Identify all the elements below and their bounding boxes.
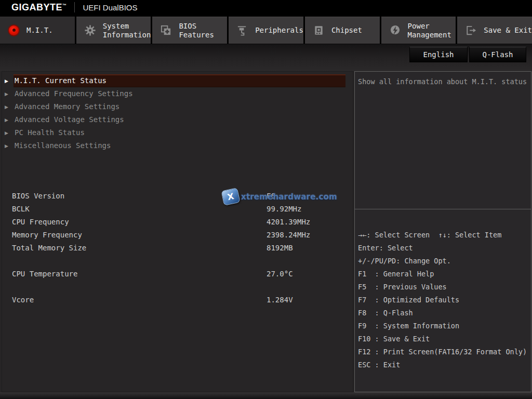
pointer-icon: ▶ xyxy=(5,78,14,84)
menu-item-advanced-frequency-settings[interactable]: ▶ Advanced Frequency Settings xyxy=(2,87,353,100)
tab-power-management[interactable]: PowerManagement xyxy=(381,17,456,44)
mit-menu: ▶ M.I.T. Current Status ▶ Advanced Frequ… xyxy=(2,72,353,152)
status-value: 27.0°C xyxy=(267,268,293,281)
key-legend-line: F12 : Print Screen(FAT16/32 Format Only) xyxy=(358,345,531,358)
key-legend-line: →←: Select Screen ↑↓: Select Item xyxy=(358,229,531,242)
menu-item-label: Miscellaneous Settings xyxy=(14,139,345,152)
status-row-cpu-frequency: CPU Frequency 4201.39MHz xyxy=(2,216,345,229)
gigabyte-logo: GIGABYTE™ xyxy=(11,2,67,13)
status-value: 4201.39MHz xyxy=(267,216,310,229)
tab-label: PowerManagement xyxy=(408,22,451,39)
bios-features-icon xyxy=(159,24,173,36)
key-legend-line: F9 : System Information xyxy=(358,320,531,332)
status-row-memory-frequency: Memory Frequency 2398.24MHz xyxy=(2,229,345,242)
status-value: 99.92MHz xyxy=(267,203,301,216)
tab-mit[interactable]: M.I.T. xyxy=(0,17,75,44)
tab-label: Chipset xyxy=(331,26,362,35)
tab-label: M.I.T. xyxy=(26,26,53,35)
menu-item-label: Advanced Frequency Settings xyxy=(14,87,345,100)
tab-system-information[interactable]: SystemInformation xyxy=(76,17,151,44)
settings-pane: ▶ M.I.T. Current Status ▶ Advanced Frequ… xyxy=(2,71,353,392)
status-value: 2398.24MHz xyxy=(267,229,310,242)
bottom-strip xyxy=(0,392,532,399)
menu-item-label: Advanced Memory Settings xyxy=(14,100,345,113)
key-legend-line: ESC : Exit xyxy=(358,358,531,371)
status-row-bclk: BCLK 99.92MHz xyxy=(2,203,345,216)
tab-label: BIOSFeatures xyxy=(179,22,214,39)
pointer-icon: ▶ xyxy=(5,117,14,123)
tab-peripherals[interactable]: Peripherals xyxy=(229,17,303,44)
menu-item-label: PC Health Status xyxy=(14,126,345,139)
product-title: UEFI DualBIOS xyxy=(83,3,138,12)
menu-item-label: Advanced Voltage Settings xyxy=(14,113,345,126)
key-legend-line: F5 : Previous Values xyxy=(358,281,531,294)
key-legend-line: F8 : Q-Flash xyxy=(358,307,531,320)
key-legend-line: +/-/PU/PD: Change Opt. xyxy=(358,255,531,268)
language-button[interactable]: English xyxy=(409,47,468,62)
power-lightning-icon xyxy=(388,24,402,36)
status-value: 8192MB xyxy=(267,242,293,255)
key-legend-line: F1 : General Help xyxy=(358,268,531,281)
title-divider xyxy=(74,2,75,12)
help-panel: Show all information about M.I.T. status… xyxy=(354,71,531,392)
menu-item-advanced-voltage-settings[interactable]: ▶ Advanced Voltage Settings xyxy=(2,113,353,126)
status-row-vcore: Vcore 1.284V xyxy=(2,294,345,307)
tab-chipset[interactable]: Chipset xyxy=(305,17,380,44)
item-description: Show all information about M.I.T. status xyxy=(355,72,531,209)
qflash-button[interactable]: Q-Flash xyxy=(469,47,526,62)
bios-setup-screen: GIGABYTE™ UEFI DualBIOS M.I.T. xyxy=(0,0,532,399)
watermark-x-icon: X xyxy=(221,188,240,206)
status-value: 1.284V xyxy=(267,294,293,307)
tab-label: SystemInformation xyxy=(103,22,151,39)
menu-item-miscellaneous-settings[interactable]: ▶ Miscellaneous Settings xyxy=(2,139,353,152)
watermark-text: xtremehardware.com xyxy=(241,192,337,202)
menu-item-mit-current-status[interactable]: ▶ M.I.T. Current Status xyxy=(2,74,353,87)
pointer-icon: ▶ xyxy=(5,130,14,136)
quick-access-band: English Q-Flash xyxy=(0,44,532,71)
tab-label: Peripherals xyxy=(255,26,303,35)
pointer-icon: ▶ xyxy=(5,91,14,97)
gear-icon xyxy=(83,24,97,36)
menu-item-pc-health-status[interactable]: ▶ PC Health Status xyxy=(2,126,353,139)
pointer-icon: ▶ xyxy=(5,143,14,149)
tab-bios-features[interactable]: BIOSFeatures xyxy=(152,17,227,44)
key-legend: →←: Select Screen ↑↓: Select Item Enter:… xyxy=(355,209,531,371)
save-exit-icon xyxy=(464,24,478,36)
key-legend-line: Enter: Select xyxy=(358,242,531,255)
mit-red-ball-icon xyxy=(7,24,21,36)
tab-save-exit[interactable]: Save & Exit xyxy=(457,17,532,44)
chipset-icon xyxy=(312,24,326,36)
status-row-cpu-temperature: CPU Temperature 27.0°C xyxy=(2,268,345,281)
watermark: X xtremehardware.com xyxy=(222,189,337,204)
key-legend-line: F7 : Optimized Defaults xyxy=(358,294,531,307)
status-row-total-memory-size: Total Memory Size 8192MB xyxy=(2,242,345,255)
tab-bar: M.I.T. xyxy=(0,15,532,44)
tab-label: Save & Exit xyxy=(484,26,532,35)
peripherals-icon xyxy=(235,24,249,36)
pointer-icon: ▶ xyxy=(5,104,14,110)
menu-item-label: M.I.T. Current Status xyxy=(14,74,345,87)
key-legend-line: F10 : Save & Exit xyxy=(358,332,531,345)
menu-item-advanced-memory-settings[interactable]: ▶ Advanced Memory Settings xyxy=(2,100,353,113)
title-bar: GIGABYTE™ UEFI DualBIOS xyxy=(0,0,532,15)
status-readouts: BIOS Version F6 BCLK 99.92MHz CPU Freque… xyxy=(2,190,345,307)
